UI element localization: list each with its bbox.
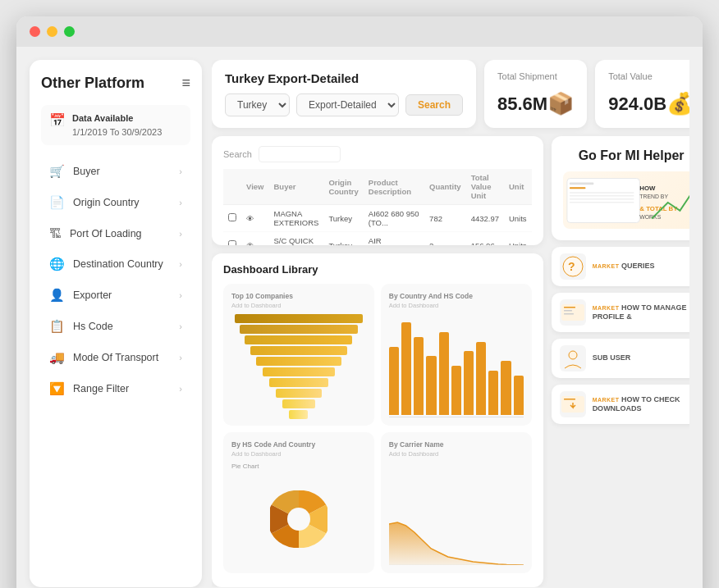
value-amount: 924.0B bbox=[608, 93, 666, 115]
value-icon: 💰 bbox=[666, 91, 689, 116]
close-button[interactable] bbox=[30, 26, 40, 37]
promo-cards: ? MARKET QUERIES bbox=[552, 247, 689, 424]
bar-5 bbox=[439, 332, 449, 415]
row-checkbox[interactable] bbox=[228, 213, 236, 221]
sidebar-item-exporter[interactable]: 👤 Exporter › bbox=[41, 280, 190, 310]
port-icon: 🏗 bbox=[49, 226, 62, 240]
sidebar-item-buyer[interactable]: 🛒 Buyer › bbox=[41, 157, 190, 186]
filter-icon: 🔽 bbox=[49, 381, 65, 396]
sidebar-item-destination-country[interactable]: 🌐 Destination Country › bbox=[41, 249, 190, 279]
browser-window: Other Platform ≡ 📅 Data Available 1/1/20… bbox=[16, 16, 703, 588]
sidebar-item-mode-of-transport[interactable]: 🚚 Mode Of Transport › bbox=[41, 343, 190, 372]
sub-user-icon bbox=[560, 345, 586, 371]
svg-point-1 bbox=[287, 508, 310, 531]
area-chart bbox=[389, 463, 524, 566]
funnel-chart-card: Top 10 Companies Add to Dashboard bbox=[223, 284, 374, 426]
area-svg bbox=[389, 516, 524, 565]
area-chart-card: By Carrier Name Add to Dashboard bbox=[381, 432, 532, 574]
bar-chart bbox=[389, 314, 524, 415]
chevron-right-icon: › bbox=[179, 166, 182, 176]
profile-text: MARKET HOW TO MANAGE PROFILE & bbox=[593, 303, 689, 322]
svg-text:?: ? bbox=[568, 260, 575, 273]
svg-point-21 bbox=[569, 351, 577, 359]
bar-11 bbox=[514, 376, 524, 414]
calendar-icon: 📅 bbox=[49, 112, 66, 128]
data-table: View Buyer Origin Country Product Descri… bbox=[223, 169, 532, 245]
bar-8 bbox=[476, 342, 486, 415]
queries-text: MARKET QUERIES bbox=[593, 262, 655, 271]
table-body: 👁 MAGNA EXTERIORS Turkey AI602 680 950 (… bbox=[223, 205, 532, 246]
bar-7 bbox=[464, 351, 474, 414]
chevron-right-icon: › bbox=[179, 353, 182, 362]
maximize-button[interactable] bbox=[64, 26, 75, 37]
search-panel-controls: Turkey Export-Detailed Search bbox=[225, 93, 463, 116]
bar-3 bbox=[414, 337, 424, 415]
minimize-button[interactable] bbox=[47, 26, 57, 37]
value-label: Total Value bbox=[608, 71, 689, 81]
exporter-icon: 👤 bbox=[49, 288, 65, 303]
bar-10 bbox=[501, 361, 511, 414]
destination-icon: 🌐 bbox=[49, 257, 65, 271]
downloads-promo-card[interactable]: MARKET HOW TO CHECK DOWNLOADS bbox=[552, 385, 689, 424]
funnel-chart bbox=[231, 314, 366, 419]
row-checkbox[interactable] bbox=[228, 240, 236, 245]
mi-helper-card[interactable]: Go For MI Helper HOW bbox=[552, 136, 689, 240]
total-shipment-card: Total Shipment 85.6M 📦 bbox=[484, 60, 587, 128]
charts-grid: Top 10 Companies Add to Dashboard bbox=[223, 284, 532, 573]
total-value-card: Total Value 924.0B 💰 bbox=[595, 60, 689, 128]
date-text: Data Available 1/1/2019 To 30/9/2023 bbox=[72, 112, 162, 139]
shipment-icon: 📦 bbox=[547, 91, 574, 116]
svg-text:WORKS: WORKS bbox=[639, 213, 661, 219]
queries-promo-card[interactable]: ? MARKET QUERIES bbox=[552, 247, 689, 286]
dashboard-library-title: Dashboard Library bbox=[223, 263, 532, 276]
chevron-right-icon: › bbox=[179, 198, 182, 207]
sidebar-item-port-of-loading[interactable]: 🏗 Port Of Loading › bbox=[41, 219, 190, 248]
menu-icon[interactable]: ≡ bbox=[181, 75, 190, 92]
dashboard-library: Dashboard Library Top 10 Companies Add t… bbox=[212, 253, 543, 587]
sidebar-item-range-filter[interactable]: 🔽 Range Filter › bbox=[41, 374, 190, 403]
table-header: View Buyer Origin Country Product Descri… bbox=[223, 169, 532, 205]
svg-rect-5 bbox=[569, 187, 585, 189]
chevron-right-icon: › bbox=[179, 229, 182, 239]
table-row: 👁 MAGNA EXTERIORS Turkey AI602 680 950 (… bbox=[223, 205, 532, 232]
bar-chart-subtitle: Add to Dashboard bbox=[389, 302, 524, 309]
svg-rect-20 bbox=[564, 313, 574, 315]
profile-promo-card[interactable]: MARKET HOW TO MANAGE PROFILE & bbox=[552, 293, 689, 332]
bar-2 bbox=[401, 322, 411, 415]
queries-icon: ? bbox=[560, 253, 586, 280]
svg-text:HOW: HOW bbox=[639, 185, 656, 192]
buyer-icon: 🛒 bbox=[49, 164, 65, 179]
date-info: 📅 Data Available 1/1/2019 To 30/9/2023 bbox=[41, 105, 190, 145]
sidebar-item-hs-code[interactable]: 📋 Hs Code › bbox=[41, 312, 190, 341]
pie-chart-label: Pie Chart bbox=[231, 463, 366, 470]
pie-chart-card: By HS Code And Country Add to Dashboard … bbox=[223, 432, 374, 574]
search-panel: Turkey Export-Detailed Turkey Export-Det… bbox=[212, 60, 476, 128]
chevron-right-icon: › bbox=[179, 259, 182, 269]
sub-user-promo-card[interactable]: SUB USER bbox=[552, 339, 689, 378]
bar-chart-title: By Country And HS Code bbox=[389, 292, 524, 300]
sub-user-text: SUB USER bbox=[593, 353, 631, 363]
sidebar-header: Other Platform ≡ bbox=[41, 75, 190, 92]
area-chart-title: By Carrier Name bbox=[389, 440, 524, 449]
left-panels: Search View Buyer Origin Country Pro bbox=[212, 136, 543, 587]
chevron-right-icon: › bbox=[179, 321, 182, 331]
main-content: Turkey Export-Detailed Turkey Export-Det… bbox=[212, 60, 689, 587]
profile-icon bbox=[560, 299, 586, 326]
bar-axis bbox=[389, 417, 524, 417]
chevron-right-icon: › bbox=[179, 290, 182, 300]
bar-6 bbox=[451, 366, 461, 414]
pie-chart-title: By HS Code And Country bbox=[231, 440, 366, 449]
table-search-input[interactable] bbox=[259, 146, 341, 162]
svg-rect-9 bbox=[569, 202, 634, 203]
hs-code-icon: 📋 bbox=[49, 319, 65, 334]
transport-icon: 🚚 bbox=[49, 350, 65, 365]
shipment-label: Total Shipment bbox=[497, 71, 574, 81]
bar-1 bbox=[389, 347, 399, 415]
type-dropdown[interactable]: Export-Detailed bbox=[296, 93, 399, 116]
sidebar-item-origin-country[interactable]: 📄 Origin Country › bbox=[41, 188, 190, 217]
svg-rect-4 bbox=[569, 182, 593, 185]
svg-rect-19 bbox=[564, 310, 572, 312]
origin-country-icon: 📄 bbox=[49, 195, 65, 210]
search-button[interactable]: Search bbox=[405, 94, 463, 116]
country-dropdown[interactable]: Turkey bbox=[225, 93, 290, 116]
